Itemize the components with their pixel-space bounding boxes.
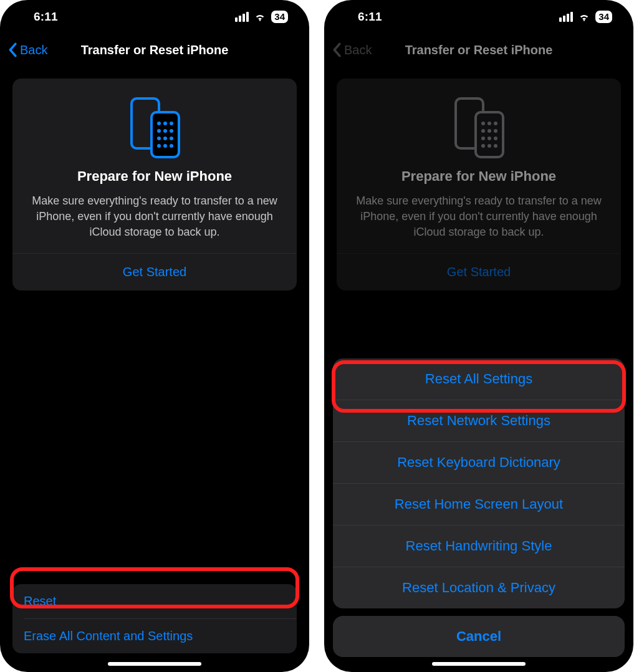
svg-point-17 <box>488 122 491 125</box>
page-title: Transfer or Reset iPhone <box>81 43 229 57</box>
get-started-button: Get Started <box>350 254 607 290</box>
svg-point-3 <box>163 122 167 125</box>
get-started-button[interactable]: Get Started <box>26 254 283 290</box>
nav-bar: Back Transfer or Reset iPhone <box>324 34 633 66</box>
back-button: Back <box>332 42 372 57</box>
reset-all-settings-button[interactable]: Reset All Settings <box>333 358 625 400</box>
nav-bar: Back Transfer or Reset iPhone <box>0 34 309 66</box>
svg-point-6 <box>163 129 167 133</box>
reset-options-sheet: Reset All Settings Reset Network Setting… <box>333 358 625 608</box>
reset-home-screen-layout-button[interactable]: Reset Home Screen Layout <box>333 484 625 525</box>
cancel-button[interactable]: Cancel <box>333 616 625 657</box>
svg-point-24 <box>494 137 497 140</box>
status-indicators: 34 <box>235 11 288 23</box>
svg-point-22 <box>481 137 485 140</box>
svg-point-19 <box>481 129 485 133</box>
chevron-left-icon <box>332 42 342 57</box>
page-title: Transfer or Reset iPhone <box>405 43 553 57</box>
prepare-card: Prepare for New iPhone Make sure everyth… <box>12 79 297 290</box>
svg-rect-15 <box>476 112 503 157</box>
battery-badge: 34 <box>271 11 288 23</box>
back-button[interactable]: Back <box>7 42 47 57</box>
reset-location-privacy-button[interactable]: Reset Location & Privacy <box>333 567 625 608</box>
svg-point-12 <box>163 144 167 148</box>
reset-row[interactable]: Reset <box>12 584 297 618</box>
svg-point-25 <box>481 144 485 148</box>
battery-badge: 34 <box>595 11 612 23</box>
svg-point-20 <box>488 129 491 133</box>
card-title: Prepare for New iPhone <box>26 168 283 185</box>
svg-point-8 <box>157 137 161 140</box>
chevron-left-icon <box>7 42 17 57</box>
svg-point-26 <box>488 144 491 148</box>
reset-network-settings-button[interactable]: Reset Network Settings <box>333 400 625 441</box>
svg-point-11 <box>157 144 161 148</box>
reset-keyboard-dictionary-button[interactable]: Reset Keyboard Dictionary <box>333 442 625 483</box>
phone-right: 6:11 34 Back Transfer or Reset iPhone <box>324 0 633 672</box>
reset-handwriting-style-button[interactable]: Reset Handwriting Style <box>333 526 625 567</box>
svg-point-9 <box>163 137 167 140</box>
card-description: Make sure everything's ready to transfer… <box>350 193 607 253</box>
svg-point-18 <box>494 122 497 125</box>
back-label: Back <box>344 43 372 57</box>
phones-transfer-icon <box>26 94 283 161</box>
phones-transfer-icon <box>350 94 607 161</box>
card-title: Prepare for New iPhone <box>350 168 607 185</box>
svg-point-13 <box>170 144 173 148</box>
status-time: 6:11 <box>358 10 382 24</box>
action-sheet: Reset All Settings Reset Network Setting… <box>333 358 625 657</box>
status-time: 6:11 <box>34 10 58 24</box>
status-bar: 6:11 34 <box>324 0 633 34</box>
svg-rect-1 <box>151 112 179 157</box>
card-description: Make sure everything's ready to transfer… <box>26 193 283 253</box>
svg-point-5 <box>157 129 161 133</box>
svg-point-4 <box>170 122 173 125</box>
phone-left: 6:11 34 Back Transfer or Reset iPhone <box>0 0 309 672</box>
wifi-icon <box>578 11 590 23</box>
home-indicator[interactable] <box>108 662 201 666</box>
prepare-card: Prepare for New iPhone Make sure everyth… <box>337 79 621 290</box>
cellular-signal-icon <box>235 12 249 22</box>
wifi-icon <box>254 11 266 23</box>
svg-point-7 <box>170 129 173 133</box>
erase-all-row[interactable]: Erase All Content and Settings <box>12 619 297 653</box>
status-bar: 6:11 34 <box>0 0 309 34</box>
svg-point-16 <box>481 122 485 125</box>
svg-point-10 <box>170 137 173 140</box>
svg-point-23 <box>488 137 491 140</box>
cellular-signal-icon <box>559 12 573 22</box>
svg-point-2 <box>157 122 161 125</box>
svg-point-21 <box>494 129 497 133</box>
home-indicator[interactable] <box>432 662 526 666</box>
status-indicators: 34 <box>559 11 612 23</box>
svg-point-27 <box>494 144 497 148</box>
back-label: Back <box>20 43 47 57</box>
bottom-options-list: Reset Erase All Content and Settings <box>12 584 297 653</box>
